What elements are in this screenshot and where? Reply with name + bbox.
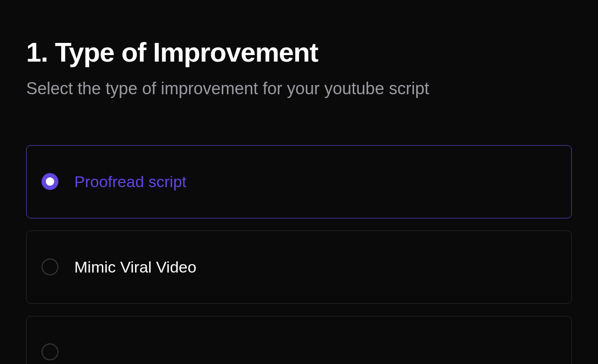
option-third[interactable] xyxy=(26,316,572,364)
improvement-options-group: Proofread script Mimic Viral Video xyxy=(26,145,572,364)
option-label: Proofread script xyxy=(74,173,186,191)
option-proofread-script[interactable]: Proofread script xyxy=(26,145,572,218)
section-title: 1. Type of Improvement xyxy=(26,37,572,67)
option-label: Mimic Viral Video xyxy=(74,258,196,276)
radio-selected-icon xyxy=(42,173,58,190)
radio-unselected-icon xyxy=(42,259,58,275)
section-subtitle: Select the type of improvement for your … xyxy=(26,78,572,98)
radio-unselected-icon xyxy=(42,343,58,360)
option-mimic-viral-video[interactable]: Mimic Viral Video xyxy=(26,231,572,304)
